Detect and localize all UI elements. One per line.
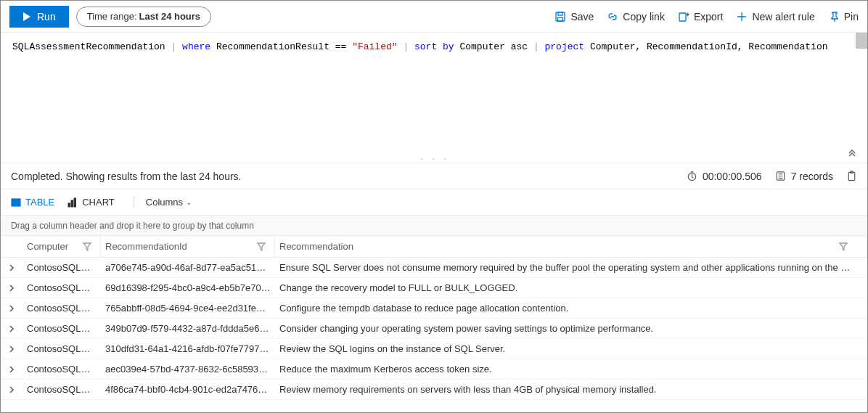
columns-button[interactable]: Columns ⌄ bbox=[134, 197, 192, 208]
table-row[interactable]: ContosoSQLSrv1310dfd31-64a1-4216-afdb-f0… bbox=[1, 339, 867, 359]
query-table: SQLAssessmentRecommendation bbox=[12, 41, 165, 52]
status-bar: Completed. Showing results from the last… bbox=[1, 163, 867, 189]
results-table: ContosoSQLSrv1a706e745-a90d-46af-8d77-ea… bbox=[1, 258, 867, 400]
stopwatch-icon bbox=[687, 171, 697, 181]
cell-recommendation-id: 4f86ca74-bbf0-4cb4-901c-ed2a7476602b bbox=[101, 384, 275, 395]
export-button[interactable]: Export bbox=[678, 11, 723, 23]
collapse-editor-button[interactable] bbox=[847, 147, 857, 160]
svg-rect-2 bbox=[558, 12, 562, 15]
tab-table[interactable]: TABLE bbox=[11, 197, 54, 208]
toolbar-actions: Save Copy link Export New alert rule Pin bbox=[554, 11, 859, 23]
svg-rect-4 bbox=[679, 13, 686, 21]
svg-rect-11 bbox=[71, 200, 73, 207]
cell-recommendation: Review the SQL logins on the instance of… bbox=[275, 343, 867, 354]
time-range-value: Last 24 hours bbox=[139, 11, 201, 22]
cell-computer: ContosoSQLSrv1 bbox=[22, 384, 101, 395]
chevron-down-icon: ⌄ bbox=[186, 198, 192, 206]
run-label: Run bbox=[37, 11, 56, 23]
time-range-label: Time range: bbox=[87, 11, 137, 22]
pin-button[interactable]: Pin bbox=[828, 11, 859, 23]
play-icon bbox=[22, 12, 31, 21]
editor-resize-handle[interactable]: · · · bbox=[419, 155, 449, 163]
svg-rect-9 bbox=[12, 199, 20, 206]
cell-computer: ContosoSQLSrv1 bbox=[22, 364, 101, 375]
column-header-computer[interactable]: Computer bbox=[22, 236, 101, 257]
svg-rect-10 bbox=[68, 203, 70, 207]
cell-computer: ContosoSQLSrv1 bbox=[22, 323, 101, 334]
table-row[interactable]: ContosoSQLSrv1a706e745-a90d-46af-8d77-ea… bbox=[1, 258, 867, 278]
query-editor[interactable]: SQLAssessmentRecommendation | where Reco… bbox=[1, 33, 867, 163]
record-count: 7 records bbox=[775, 171, 833, 182]
column-header-recommendation[interactable]: Recommendation bbox=[275, 236, 867, 257]
svg-rect-12 bbox=[74, 198, 76, 207]
tab-chart[interactable]: CHART bbox=[67, 197, 115, 208]
records-icon bbox=[775, 171, 786, 181]
cell-computer: ContosoSQLSrv1 bbox=[22, 343, 101, 354]
expand-row-button[interactable] bbox=[1, 285, 22, 292]
cell-recommendation-id: 349b07d9-f579-4432-a87d-fddda5e63c... bbox=[101, 323, 275, 334]
svg-marker-0 bbox=[23, 12, 30, 21]
cell-recommendation: Change the recovery model to FULL or BUL… bbox=[275, 282, 867, 293]
status-message: Completed. Showing results from the last… bbox=[11, 171, 242, 182]
chart-icon bbox=[67, 197, 78, 208]
cell-computer: ContosoSQLSrv1 bbox=[22, 303, 101, 314]
table-header: Computer RecommendationId Recommendation bbox=[1, 236, 867, 258]
cell-recommendation-id: 765abbff-08d5-4694-9ce4-ee2d31fe0dca bbox=[101, 303, 275, 314]
column-header-recommendation-id[interactable]: RecommendationId bbox=[101, 236, 275, 257]
expand-row-button[interactable] bbox=[1, 386, 22, 393]
cell-recommendation: Configure the tempdb database to reduce … bbox=[275, 303, 867, 314]
table-icon bbox=[11, 197, 21, 208]
link-icon bbox=[607, 11, 618, 23]
save-button[interactable]: Save bbox=[554, 11, 594, 23]
table-row[interactable]: ContosoSQLSrv1aec039e4-57bd-4737-8632-6c… bbox=[1, 359, 867, 380]
export-icon bbox=[678, 11, 689, 23]
filter-icon[interactable] bbox=[257, 242, 266, 251]
cell-recommendation: Review memory requirements on servers wi… bbox=[275, 384, 867, 395]
table-row[interactable]: ContosoSQLSrv1765abbff-08d5-4694-9ce4-ee… bbox=[1, 298, 867, 319]
cell-recommendation-id: 69d16398-f295-4bc0-a9c4-eb5b7e7096... bbox=[101, 282, 275, 293]
cell-recommendation: Ensure SQL Server does not consume memor… bbox=[275, 262, 867, 273]
view-tabs: TABLE CHART Columns ⌄ bbox=[1, 189, 867, 216]
group-by-dropzone[interactable]: Drag a column header and drop it here to… bbox=[1, 216, 867, 236]
expand-row-button[interactable] bbox=[1, 345, 22, 353]
cell-recommendation: Consider changing your operating system … bbox=[275, 323, 867, 334]
cell-recommendation: Reduce the maximum Kerberos access token… bbox=[275, 364, 867, 375]
clipboard-icon bbox=[846, 171, 857, 181]
save-icon bbox=[554, 11, 566, 23]
time-range-picker[interactable]: Time range: Last 24 hours bbox=[76, 7, 211, 27]
cell-computer: ContosoSQLSrv1 bbox=[22, 262, 101, 273]
pin-icon bbox=[828, 11, 840, 23]
editor-scrollbar-thumb[interactable] bbox=[856, 33, 867, 49]
svg-rect-3 bbox=[558, 17, 563, 21]
svg-rect-1 bbox=[556, 12, 565, 21]
expand-row-button[interactable] bbox=[1, 366, 22, 373]
new-alert-button[interactable]: New alert rule bbox=[736, 11, 814, 23]
cell-recommendation-id: aec039e4-57bd-4737-8632-6c58593d4... bbox=[101, 364, 275, 375]
filter-icon[interactable] bbox=[83, 242, 91, 251]
filter-icon[interactable] bbox=[839, 242, 848, 251]
table-row[interactable]: ContosoSQLSrv1349b07d9-f579-4432-a87d-fd… bbox=[1, 319, 867, 339]
run-button[interactable]: Run bbox=[9, 6, 69, 28]
expand-row-button[interactable] bbox=[1, 305, 22, 312]
cell-recommendation-id: a706e745-a90d-46af-8d77-ea5ac51a233c bbox=[101, 262, 275, 273]
cell-computer: ContosoSQLSrv1 bbox=[22, 282, 101, 293]
table-row[interactable]: ContosoSQLSrv14f86ca74-bbf0-4cb4-901c-ed… bbox=[1, 380, 867, 400]
cell-recommendation-id: 310dfd31-64a1-4216-afdb-f07fe77972ca bbox=[101, 343, 275, 354]
table-row[interactable]: ContosoSQLSrv169d16398-f295-4bc0-a9c4-eb… bbox=[1, 278, 867, 298]
plus-icon bbox=[736, 11, 748, 23]
copy-results-button[interactable] bbox=[846, 171, 857, 181]
toolbar: Run Time range: Last 24 hours Save Copy … bbox=[1, 1, 867, 33]
expand-row-button[interactable] bbox=[1, 264, 22, 271]
elapsed-time: 00:00:00.506 bbox=[687, 171, 762, 182]
copy-link-button[interactable]: Copy link bbox=[607, 11, 665, 23]
expand-row-button[interactable] bbox=[1, 325, 22, 332]
